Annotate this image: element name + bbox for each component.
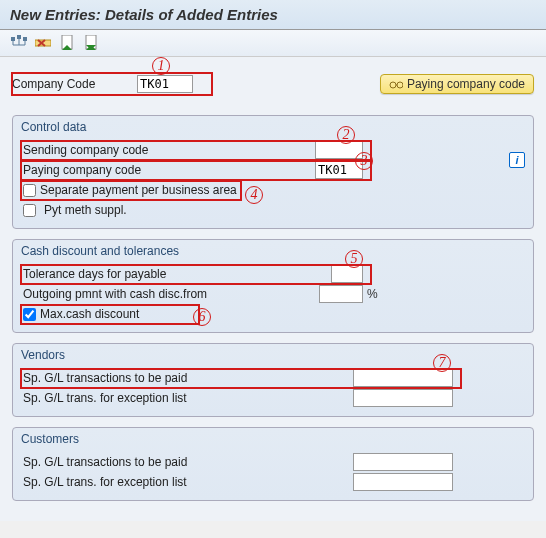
control-data-group: Control data Sending company code Paying… (12, 115, 534, 229)
next-page-icon[interactable] (82, 34, 100, 52)
vendor-paid-label: Sp. G/L transactions to be paid (21, 371, 353, 385)
vendor-paid-input[interactable] (353, 369, 453, 387)
customer-paid-label: Sp. G/L transactions to be paid (21, 455, 353, 469)
svg-point-12 (397, 82, 403, 88)
company-code-label: Company Code (12, 77, 137, 91)
tolerance-days-input[interactable] (331, 265, 363, 283)
percent-unit: % (367, 287, 378, 301)
separate-payment-label: Separate payment per business area (40, 183, 237, 197)
svg-point-11 (390, 82, 396, 88)
toolbar (0, 30, 546, 57)
customers-group: Customers Sp. G/L transactions to be pai… (12, 427, 534, 501)
vendors-title: Vendors (21, 348, 525, 362)
pyt-meth-suppl-label: Pyt meth suppl. (44, 203, 127, 217)
glasses-icon (389, 78, 403, 90)
customer-paid-input[interactable] (353, 453, 453, 471)
outgoing-pmnt-input[interactable] (319, 285, 363, 303)
control-data-title: Control data (21, 120, 525, 134)
pyt-meth-suppl-checkbox[interactable] (23, 204, 36, 217)
sending-cc-input[interactable] (315, 141, 363, 159)
delete-row-icon[interactable] (34, 34, 52, 52)
info-icon[interactable]: i (509, 152, 525, 168)
customers-title: Customers (21, 432, 525, 446)
paying-company-code-button[interactable]: Paying company code (380, 74, 534, 94)
window-title: New Entries: Details of Added Entries (0, 0, 546, 30)
customer-exc-input[interactable] (353, 473, 453, 491)
paying-cc-input[interactable] (315, 161, 363, 179)
sending-cc-label: Sending company code (21, 143, 315, 157)
outgoing-pmnt-label: Outgoing pmnt with cash disc.from (21, 287, 319, 301)
svg-rect-1 (17, 35, 21, 39)
prev-page-icon[interactable] (58, 34, 76, 52)
paying-company-code-button-label: Paying company code (407, 77, 525, 91)
vendor-exc-label: Sp. G/L trans. for exception list (21, 391, 353, 405)
max-cash-discount-checkbox[interactable] (23, 308, 36, 321)
cash-discount-group: Cash discount and tolerances Tolerance d… (12, 239, 534, 333)
customer-exc-label: Sp. G/L trans. for exception list (21, 475, 353, 489)
vendor-exc-input[interactable] (353, 389, 453, 407)
svg-rect-2 (23, 37, 27, 41)
cash-discount-title: Cash discount and tolerances (21, 244, 525, 258)
tolerance-days-label: Tolerance days for payable (21, 267, 331, 281)
structure-icon[interactable] (10, 34, 28, 52)
max-cash-discount-label: Max.cash discount (40, 307, 139, 321)
separate-payment-checkbox[interactable] (23, 184, 36, 197)
vendors-group: Vendors Sp. G/L transactions to be paid … (12, 343, 534, 417)
company-code-input[interactable] (137, 75, 193, 93)
paying-cc-label: Paying company code (21, 163, 315, 177)
svg-rect-0 (11, 37, 15, 41)
